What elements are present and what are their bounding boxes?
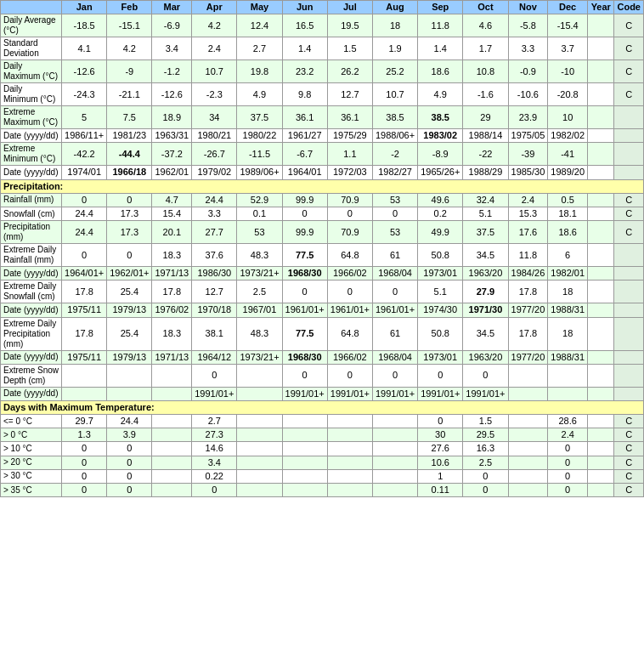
data-cell: C	[614, 37, 644, 60]
table-row: Date (yyyy/dd)1964/01+1962/01+1971/13198…	[1, 267, 644, 280]
data-cell: 1984/26	[508, 267, 548, 280]
data-cell: 70.9	[327, 221, 372, 244]
data-cell: 3.7	[548, 37, 588, 60]
table-row: <= 0 °C29.724.42.701.528.6C	[1, 415, 644, 428]
data-cell: 64.8	[327, 317, 372, 350]
data-cell: 1980/22	[237, 129, 282, 143]
data-cell	[588, 83, 614, 106]
data-cell: 1979/02	[192, 166, 237, 179]
data-cell: 0	[418, 364, 463, 387]
data-cell: 0	[62, 244, 107, 267]
data-cell: 2.5	[463, 456, 508, 469]
data-cell	[152, 387, 192, 400]
data-cell: 1961/01+	[327, 303, 372, 317]
data-cell	[237, 442, 282, 456]
data-cell: -10.6	[508, 83, 548, 106]
data-cell: 1.5	[463, 415, 508, 428]
data-cell: 3.4	[152, 37, 192, 60]
data-cell: 1.1	[327, 143, 372, 166]
jan-header: Jan	[62, 1, 107, 14]
data-cell: 1991/01+	[418, 387, 463, 400]
data-cell: 29.5	[463, 428, 508, 442]
data-cell	[107, 364, 152, 387]
data-cell: -26.7	[192, 143, 237, 166]
table-row: Days with Maximum Temperature:	[1, 400, 644, 414]
data-cell: 99.9	[282, 193, 327, 207]
data-cell: 15.4	[152, 207, 192, 220]
data-cell: 0	[372, 207, 417, 220]
table-row: > 35 °C0000.1100C	[1, 484, 644, 497]
data-cell: -39	[508, 143, 548, 166]
data-cell: 15.3	[508, 207, 548, 220]
data-cell	[152, 484, 192, 497]
data-cell	[588, 37, 614, 60]
data-cell	[508, 469, 548, 483]
table-row: Standard Deviation4.14.23.42.42.71.41.51…	[1, 37, 644, 60]
data-cell: 0	[62, 469, 107, 483]
table-row: Daily Maximum (°C)-12.6-9-1.210.719.823.…	[1, 60, 644, 83]
data-cell: 38.1	[192, 317, 237, 350]
data-cell	[588, 193, 614, 207]
data-cell	[152, 469, 192, 483]
data-cell	[327, 415, 372, 428]
data-cell	[588, 317, 614, 350]
data-cell: 1972/03	[327, 166, 372, 179]
data-cell: 9.8	[282, 83, 327, 106]
data-cell: 24.4	[107, 415, 152, 428]
data-cell	[372, 456, 417, 469]
data-cell: 17.8	[62, 280, 107, 303]
data-cell: 36.1	[282, 106, 327, 129]
data-cell	[282, 415, 327, 428]
data-cell: -42.2	[62, 143, 107, 166]
data-cell: 1988/31	[548, 303, 588, 317]
data-cell: -24.3	[62, 83, 107, 106]
data-cell: 17.6	[508, 221, 548, 244]
data-cell: 1963/20	[463, 267, 508, 280]
data-cell: 48.3	[237, 244, 282, 267]
data-cell	[152, 364, 192, 387]
dec-header: Dec	[548, 1, 588, 14]
climate-table: Jan Feb Mar Apr May Jun Jul Aug Sep Oct …	[0, 0, 644, 497]
row-label: Rainfall (mm)	[1, 193, 62, 207]
data-cell: 1986/11+	[62, 129, 107, 143]
data-cell: 0	[418, 415, 463, 428]
data-cell	[588, 350, 614, 364]
data-cell: C	[614, 415, 644, 428]
data-cell	[614, 303, 644, 317]
row-label: <= 0 °C	[1, 415, 62, 428]
sep-header: Sep	[418, 1, 463, 14]
data-cell: 0	[107, 193, 152, 207]
data-cell: 1983/02	[418, 129, 463, 143]
data-cell: 1991/01+	[192, 387, 237, 400]
data-cell: -6.7	[282, 143, 327, 166]
data-cell: 2.4	[508, 193, 548, 207]
data-cell: 1989/06+	[237, 166, 282, 179]
data-cell: -8.9	[418, 143, 463, 166]
data-cell	[508, 415, 548, 428]
temperature-header	[1, 1, 62, 14]
data-cell	[237, 387, 282, 400]
data-cell: 20.1	[152, 221, 192, 244]
data-cell: 1975/11	[62, 303, 107, 317]
data-cell: 32.4	[463, 193, 508, 207]
data-cell: 0	[282, 364, 327, 387]
data-cell: 25.4	[107, 317, 152, 350]
data-cell: 12.7	[327, 83, 372, 106]
data-cell: 17.8	[152, 280, 192, 303]
data-cell: 18	[548, 280, 588, 303]
data-cell: 1973/01	[418, 350, 463, 364]
data-cell: 0.5	[548, 193, 588, 207]
data-cell	[588, 364, 614, 387]
table-row: Extreme Daily Snowfall (cm)17.825.417.81…	[1, 280, 644, 303]
table-row: Extreme Snow Depth (cm)000000	[1, 364, 644, 387]
data-cell: 1961/01+	[372, 303, 417, 317]
data-cell	[282, 456, 327, 469]
data-cell: 27.7	[192, 221, 237, 244]
data-cell: 3.3	[192, 207, 237, 220]
may-header: May	[237, 1, 282, 14]
data-cell	[282, 469, 327, 483]
data-cell	[588, 221, 614, 244]
data-cell: 34	[192, 106, 237, 129]
year-header: Year	[588, 1, 614, 14]
data-cell: 1991/01+	[463, 387, 508, 400]
